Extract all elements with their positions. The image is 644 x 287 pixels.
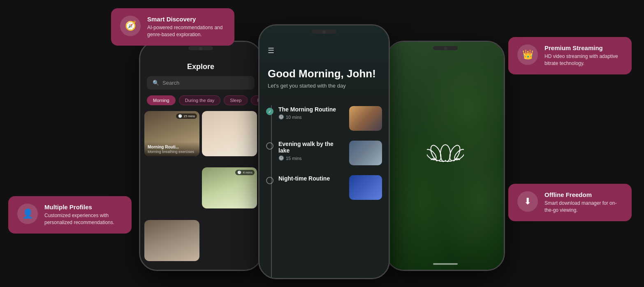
home-indicator-right <box>433 263 458 265</box>
smart-discovery-icon: 🧭 <box>120 16 141 36</box>
routine-item-1[interactable]: The Morning Routine 🕐 10 mins <box>259 101 389 136</box>
offline-freedom-description: Smart download manager for on-the-go vie… <box>544 200 623 214</box>
pill-daytime[interactable]: During the day <box>179 95 221 105</box>
phone-left-screen: Explore 🔍 Search Morning During the day … <box>140 42 261 270</box>
offline-freedom-title: Offline Freedom <box>544 191 623 198</box>
clock-icon-3: 🕐 <box>237 171 241 174</box>
pill-sleep[interactable]: Sleep <box>224 95 248 105</box>
routine-dot-1 <box>266 108 273 115</box>
phone-left-camera <box>199 47 202 50</box>
middle-header: ☰ Good Morning, John! Let's get you star… <box>259 25 389 97</box>
thumb-evening-img <box>349 141 382 165</box>
hamburger-icon[interactable]: ☰ <box>268 46 380 55</box>
card-offline-freedom: ⬇ Offline Freedom Smart download manager… <box>508 184 632 221</box>
grid-cell-2[interactable] <box>202 111 257 156</box>
routine-title-3: Night-time Routine <box>278 175 344 182</box>
pill-morning[interactable]: Morning <box>147 95 176 105</box>
filter-pills: Morning During the day Sleep Pro... <box>140 95 261 111</box>
premium-streaming-icon: 👑 <box>517 44 538 65</box>
thumb-morning-img <box>349 106 382 131</box>
phone-middle-screen: ☰ Good Morning, John! Let's get you star… <box>259 25 389 278</box>
grid-cell-4[interactable] <box>144 220 199 261</box>
cell-sub-1: Morning breathing exercises <box>148 150 196 154</box>
routine-info-3: Night-time Routine <box>278 175 344 183</box>
time-badge-3: 🕐 4 mins <box>235 170 255 175</box>
cell-overlay-1: Morning Routi... Morning breathing exerc… <box>144 142 199 156</box>
routine-item-3[interactable]: Night-time Routine <box>259 170 389 205</box>
lotus-icon <box>427 133 464 167</box>
routine-thumb-3 <box>349 175 382 200</box>
svg-point-0 <box>440 145 450 162</box>
premium-streaming-text: Premium Streaming HD video streaming wit… <box>544 44 623 67</box>
multiple-profiles-text: Multiple Profiles Customized experiences… <box>44 204 123 226</box>
routine-thumb-1 <box>349 106 382 131</box>
routine-thumb-2 <box>349 141 382 165</box>
routine-duration-2: 15 mins <box>286 156 302 161</box>
search-placeholder: Search <box>162 80 179 86</box>
scene: 🧭 Smart Discovery AI-powered recommendat… <box>0 0 644 287</box>
card-smart-discovery: 🧭 Smart Discovery AI-powered recommendat… <box>111 8 234 46</box>
time-value-1: 15 mins <box>183 114 195 118</box>
grid-cell-1[interactable]: 🕐 15 mins Morning Routi... Morning breat… <box>144 111 199 156</box>
thumb-night-img <box>349 175 382 200</box>
offline-freedom-text: Offline Freedom Smart download manager f… <box>544 191 623 214</box>
premium-streaming-description: HD video streaming with adaptive bitrate… <box>544 53 623 67</box>
multiple-profiles-icon: 👤 <box>17 204 38 224</box>
time-value-3: 4 mins <box>243 171 253 174</box>
offline-freedom-icon: ⬇ <box>517 191 538 212</box>
greeting-subtitle: Let's get you started with the day <box>268 83 380 89</box>
routine-info-2: Evening walk by the lake 🕐 15 mins <box>278 141 344 161</box>
clock-icon-r2: 🕐 <box>278 155 284 161</box>
phone-right-camera <box>444 47 447 50</box>
multiple-profiles-description: Customized experiences with personalized… <box>44 212 123 226</box>
search-bar[interactable]: 🔍 Search <box>147 76 255 90</box>
phone-right <box>386 41 505 271</box>
content-grid: 🕐 15 mins Morning Routi... Morning breat… <box>140 111 261 270</box>
routine-list: The Morning Routine 🕐 10 mins <box>259 97 389 278</box>
phone-right-screen <box>387 42 504 270</box>
time-badge-1: 🕐 15 mins <box>176 113 197 119</box>
card-multiple-profiles: 👤 Multiple Profiles Customized experienc… <box>8 196 132 234</box>
routine-item-2[interactable]: Evening walk by the lake 🕐 15 mins <box>259 136 389 170</box>
phones-container: Explore 🔍 Search Morning During the day … <box>139 24 505 279</box>
routine-time-1: 🕐 10 mins <box>278 114 344 120</box>
routine-info-1: The Morning Routine 🕐 10 mins <box>278 106 344 120</box>
smart-discovery-title: Smart Discovery <box>147 16 225 23</box>
search-icon: 🔍 <box>153 80 159 86</box>
phone-middle-camera <box>322 30 326 34</box>
smart-discovery-description: AI-powered recommendations and genre-bas… <box>147 24 225 38</box>
cell-title-1: Morning Routi... <box>148 144 196 150</box>
smart-discovery-text: Smart Discovery AI-powered recommendatio… <box>147 16 225 38</box>
grid-cell-3[interactable]: 🕐 4 mins <box>202 167 257 208</box>
routine-title-2: Evening walk by the lake <box>278 141 344 154</box>
premium-streaming-title: Premium Streaming <box>544 44 623 51</box>
explore-title: Explore <box>140 58 261 76</box>
routine-time-2: 🕐 15 mins <box>278 155 344 161</box>
routine-title-1: The Morning Routine <box>278 106 344 113</box>
multiple-profiles-title: Multiple Profiles <box>44 204 123 211</box>
greeting-text: Good Morning, John! <box>268 67 380 80</box>
clock-icon-1: 🕐 <box>178 114 182 118</box>
card-premium-streaming: 👑 Premium Streaming HD video streaming w… <box>508 37 632 74</box>
clock-icon-r1: 🕐 <box>278 114 284 120</box>
routine-dot-3 <box>266 177 273 184</box>
routine-dot-2 <box>266 142 273 150</box>
phone-middle: ☰ Good Morning, John! Let's get you star… <box>258 24 390 279</box>
phone-left: Explore 🔍 Search Morning During the day … <box>139 41 262 271</box>
routine-duration-1: 10 mins <box>286 115 302 120</box>
